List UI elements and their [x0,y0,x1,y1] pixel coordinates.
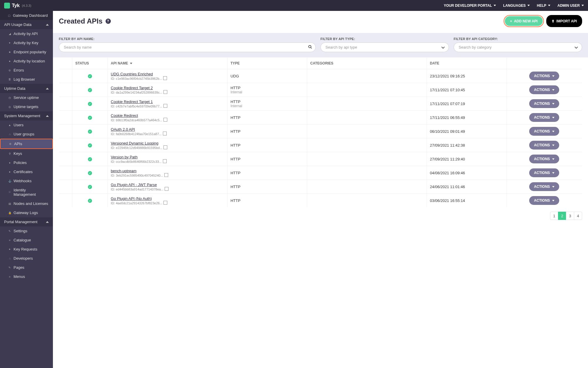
row-checkbox-cell[interactable] [59,194,72,208]
page-button-4[interactable]: 4 [574,212,582,220]
sidebar-section-system-management[interactable]: System Management [0,111,53,120]
page-icon: ✎ [8,266,11,269]
copy-icon[interactable] [164,105,167,108]
actions-button[interactable]: ACTIONS [529,85,559,94]
row-checkbox-cell[interactable] [59,69,72,83]
row-checkbox-cell[interactable] [59,152,72,166]
nav-developer-portal[interactable]: YOUR DEVELOPER PORTAL [444,4,496,8]
row-checkbox-cell[interactable] [59,83,72,97]
page-button-3[interactable]: 3 [566,212,574,220]
api-name-link[interactable]: bench-uptream [111,169,136,173]
nav-languages[interactable]: LANGUAGES [503,4,530,8]
chevron-up-icon [46,115,49,117]
copy-icon[interactable] [165,174,168,177]
page-button-2[interactable]: 2 [558,212,566,220]
filter-type-select[interactable] [320,42,449,52]
page-button-1[interactable]: 1 [550,212,558,220]
filter-category-select[interactable] [454,42,582,52]
actions-button[interactable]: ACTIONS [529,72,559,80]
sidebar-item-identity-management[interactable]: ⚐Identity Management [0,185,53,199]
sidebar-item-activity-key[interactable]: ✦Activity by Key [0,38,53,47]
row-checkbox-cell[interactable] [59,166,72,180]
copy-icon[interactable] [164,77,167,80]
actions-button[interactable]: ACTIONS [529,168,559,177]
sidebar-item-webhooks[interactable]: ⚓Webhooks [0,176,53,185]
copy-icon[interactable] [164,118,167,122]
api-name-link[interactable]: Versioned Dynamic Looping [111,141,158,145]
column-api-name[interactable]: API NAME [108,58,227,69]
api-name-link[interactable]: Cookie Redirect Target 1 [111,100,153,104]
actions-button[interactable]: ACTIONS [529,182,559,191]
sidebar-item-log-browser[interactable]: ≣Log Browser [0,75,53,84]
copy-icon[interactable] [164,146,167,149]
sidebar-item-activity-api[interactable]: ◢Activity by API [0,29,53,38]
actions-button[interactable]: ACTIONS [529,141,559,150]
api-name-link[interactable]: Version by Path [111,155,138,159]
row-checkbox-cell[interactable] [59,125,72,138]
api-id: ID: ed445bb83a914ad17714378ea... [111,188,224,191]
search-icon[interactable] [308,45,312,50]
row-checkbox-cell[interactable] [59,97,72,111]
sidebar-item-service-uptime[interactable]: ◷Service uptime [0,93,53,102]
sidebar-section-uptime[interactable]: Uptime Data [0,84,53,93]
sidebar-item-settings[interactable]: ✎Settings [0,226,53,236]
api-id: ID: 3eb291ec5985490c497045240... [111,174,224,177]
actions-cell: ACTIONS [507,180,582,194]
sidebar-item-nodes-licenses[interactable]: ▤Nodes and Licenses [0,199,53,208]
gear-icon: ⚙ [9,142,12,145]
api-name-link[interactable]: Cookie Redirect Target 2 [111,86,153,90]
import-api-button[interactable]: ⬆ IMPORT API [546,15,582,27]
sidebar-item-catalogue[interactable]: ≡Catalogue [0,236,53,245]
copy-icon[interactable] [164,91,167,94]
logo[interactable]: Tyk [4,3,20,9]
copy-icon[interactable] [163,132,167,135]
actions-button[interactable]: ACTIONS [529,155,559,163]
nav-help[interactable]: HELP [537,4,550,8]
sidebar-item-user-groups[interactable]: ⛬User groups [0,130,53,139]
chevron-up-icon [46,24,49,26]
api-name-link[interactable]: Cookie Redirect [111,113,138,118]
sidebar-item-apis[interactable]: ⚙APIs [1,139,52,148]
copy-icon[interactable] [165,188,168,191]
sidebar-item-users[interactable]: ▲Users [0,120,53,130]
sidebar-item-pages[interactable]: ✎Pages [0,263,53,272]
sidebar-item-uptime-targets[interactable]: ◎Uptime targets [0,102,53,111]
nav-admin-user[interactable]: ADMIN USER [557,4,584,8]
copy-icon[interactable] [164,201,167,205]
sidebar-item-gateway-logs[interactable]: 🔒Gateway Logs [0,208,53,217]
filter-name-input[interactable] [59,42,316,52]
sidebar-item-gateway-dashboard[interactable]: ▢ Gateway Dashboard [0,11,53,20]
api-name-link[interactable]: Go Plugin API (No Auth) [111,196,152,201]
api-name-link[interactable]: OAuth 2.0 API [111,127,135,132]
actions-button[interactable]: ACTIONS [529,196,559,205]
copy-icon[interactable] [163,160,167,163]
sidebar-item-policies[interactable]: ♦Policies [0,158,53,167]
sidebar-section-portal-management[interactable]: Portal Management [0,217,53,226]
row-checkbox-cell[interactable] [59,138,72,152]
help-icon[interactable]: ? [106,19,111,24]
row-checkbox-cell[interactable] [59,180,72,194]
api-name-link[interactable]: UDG Countries Enriched [111,72,153,76]
sidebar-item-menus[interactable]: ≡Menus [0,272,53,281]
sidebar-item-errors[interactable]: ⊘Errors [0,66,53,75]
actions-button[interactable]: ACTIONS [529,113,559,122]
api-name-link[interactable]: Go Plugin API - JWT Parse [111,183,157,187]
api-name-cell: Cookie Redirect Target 1ID: c42b7e7abf5c… [108,97,227,111]
chevron-down-icon [527,5,530,6]
row-checkbox-cell[interactable] [59,111,72,125]
categories-cell [307,97,427,111]
sidebar-item-keys[interactable]: ⚲Keys [0,149,53,158]
sidebar-item-developers[interactable]: ⛬Developers [0,254,53,263]
sidebar-item-activity-location[interactable]: ●Activity by location [0,57,53,66]
actions-button[interactable]: ACTIONS [529,99,559,108]
add-new-api-button[interactable]: + ADD NEW API [505,16,543,26]
dashboard-icon: ▢ [8,14,11,17]
sidebar-item-key-requests[interactable]: ✦Key Requests [0,245,53,254]
categories-cell [307,111,427,125]
chevron-down-icon [552,145,554,146]
categories-cell [307,166,427,180]
sidebar-section-api-usage[interactable]: API Usage Data [0,20,53,29]
sidebar-item-certificates[interactable]: ●Certificates [0,167,53,176]
sidebar-item-endpoint-popularity[interactable]: ★Endpoint popularity [0,47,53,57]
actions-button[interactable]: ACTIONS [529,127,559,136]
